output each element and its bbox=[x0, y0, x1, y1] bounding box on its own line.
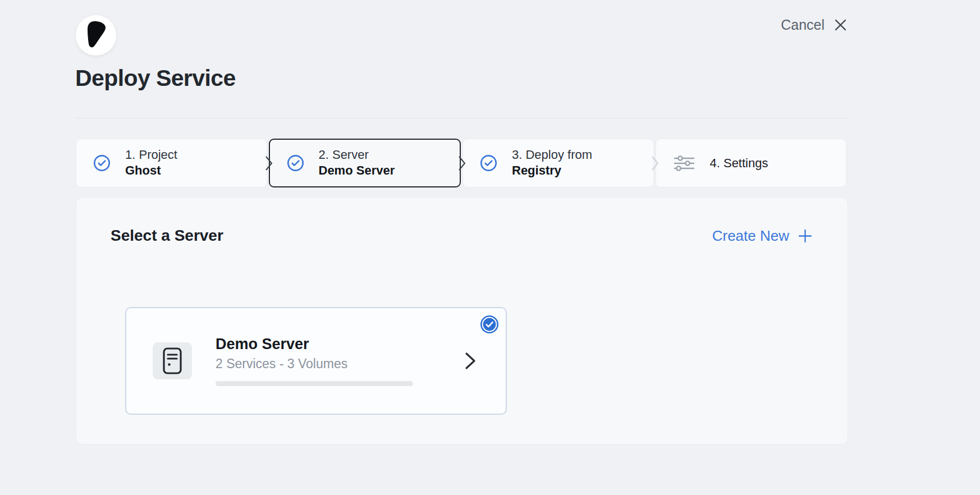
server-name: Demo Server bbox=[216, 336, 413, 353]
app-logo bbox=[76, 15, 116, 56]
header-divider bbox=[76, 118, 848, 118]
server-icon bbox=[153, 342, 192, 379]
panel-heading: Select a Server bbox=[111, 227, 223, 245]
tab-value: Demo Server bbox=[319, 163, 395, 179]
tab-value: Registry bbox=[512, 163, 592, 179]
check-circle-icon bbox=[93, 154, 111, 172]
create-new-button[interactable]: Create New bbox=[712, 227, 813, 245]
check-circle-icon bbox=[480, 154, 497, 172]
cancel-button[interactable]: Cancel bbox=[781, 17, 848, 33]
step-tabs: 1. Project Ghost 2. Server Demo Server bbox=[76, 139, 848, 187]
sliders-icon bbox=[673, 154, 695, 172]
step-separator-chevron-icon bbox=[264, 155, 273, 172]
cancel-label: Cancel bbox=[781, 17, 825, 33]
plus-icon bbox=[798, 228, 813, 244]
select-server-panel: Select a Server Create New bbox=[76, 197, 848, 444]
step-separator-chevron-icon bbox=[651, 155, 660, 172]
step-separator-chevron-icon bbox=[457, 155, 466, 172]
server-meta: 2 Services - 3 Volumes bbox=[216, 356, 413, 372]
chevron-right-icon[interactable] bbox=[464, 352, 477, 370]
tab-label: 2. Server bbox=[319, 147, 395, 163]
tab-deploy-from[interactable]: 3. Deploy from Registry bbox=[462, 139, 654, 187]
logo-glyph-icon bbox=[76, 15, 116, 56]
server-card-demo-server[interactable]: Demo Server 2 Services - 3 Volumes bbox=[125, 307, 507, 415]
tab-settings[interactable]: 4. Settings bbox=[656, 139, 847, 187]
tab-deploy-from-text: 3. Deploy from Registry bbox=[512, 147, 592, 178]
selected-check-badge-icon bbox=[480, 315, 499, 334]
tab-value: Ghost bbox=[125, 163, 177, 179]
tab-label: 3. Deploy from bbox=[512, 147, 592, 163]
tab-server-text: 2. Server Demo Server bbox=[319, 147, 395, 178]
tab-project[interactable]: 1. Project Ghost bbox=[76, 139, 267, 187]
page-title: Deploy Service bbox=[75, 65, 236, 91]
check-circle-icon bbox=[287, 154, 304, 172]
server-usage-progressbar bbox=[216, 381, 413, 386]
panel-header: Select a Server Create New bbox=[76, 198, 848, 245]
tab-label: 4. Settings bbox=[710, 156, 768, 171]
tab-project-text: 1. Project Ghost bbox=[125, 147, 177, 178]
tab-server[interactable]: 2. Server Demo Server bbox=[269, 139, 461, 187]
close-icon[interactable] bbox=[834, 18, 848, 32]
server-card-text: Demo Server 2 Services - 3 Volumes bbox=[216, 336, 413, 386]
create-new-label: Create New bbox=[712, 227, 789, 245]
deploy-service-modal: Cancel Deploy Service 1. Project Ghost bbox=[0, 0, 980, 495]
tab-label: 1. Project bbox=[125, 147, 177, 163]
